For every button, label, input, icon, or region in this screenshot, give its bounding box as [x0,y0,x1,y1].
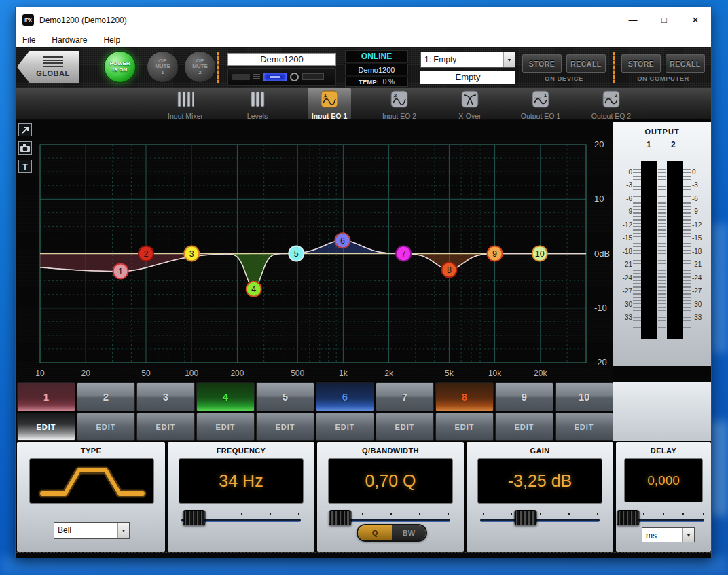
delay-slider[interactable] [621,508,704,527]
eq-band-handle-8[interactable]: 8 [441,263,456,278]
toolbar: GLOBAL POWER IS ON OP MUTE 1 OP MUTE 2 D [16,47,711,88]
eq-band-handle-9[interactable]: 9 [488,246,503,261]
gain-slider[interactable] [480,508,600,527]
svg-text:10: 10 [535,249,545,259]
svg-text:1: 1 [324,92,327,98]
slider-thumb[interactable] [183,510,206,525]
power-button[interactable]: POWER IS ON [104,51,136,83]
maximize-button[interactable]: □ [649,7,680,33]
slider-tick [682,513,684,515]
eq-band-handle-3[interactable]: 3 [184,246,199,261]
on-computer-label: ON COMPUTER [621,75,705,82]
menu-help[interactable]: Help [103,35,120,45]
menu-file[interactable]: File [22,35,35,45]
tab-input-eq-2[interactable]: 2Input EQ 2 [364,88,435,120]
op-mute-1-button[interactable]: OP MUTE 1 [147,51,179,83]
band-button-8[interactable]: 8 [435,382,494,411]
band-button-6[interactable]: 6 [316,382,374,411]
tab-x-over[interactable]: X-Over [435,88,505,120]
slider-tick [448,513,449,515]
eq-graph[interactable]: T 1020501002005001k2k5k10k20k20100dB-10-… [17,119,613,381]
recall-on-device-button[interactable]: RECALL [566,54,606,73]
edit-button-6[interactable]: EDIT [316,413,374,441]
meter-scale-label: -27 [692,287,706,295]
meter-bar-1 [641,161,657,339]
slider-tick [270,513,271,515]
band-button-10[interactable]: 10 [555,382,613,411]
gain-label: GAIN [467,447,613,455]
edit-button-10[interactable]: EDIT [555,413,613,441]
svg-text:20: 20 [81,369,91,378]
meter-channel-1-label: 1 [647,140,651,149]
bw-toggle-button[interactable]: BW [392,525,426,540]
edit-button-5[interactable]: EDIT [256,413,314,441]
eq-band-handle-10[interactable]: 10 [532,246,547,261]
snapshot-icon[interactable] [18,141,32,155]
text-icon[interactable]: T [18,160,32,173]
expand-icon[interactable] [18,123,32,136]
edit-button-2[interactable]: EDIT [77,413,135,441]
outeq-icon: 1 [532,90,549,111]
eq-band-handle-5[interactable]: 5 [289,246,304,261]
edit-button-4[interactable]: EDIT [196,413,255,441]
edit-button-8[interactable]: EDIT [435,413,494,441]
chevron-down-icon[interactable]: ▼ [117,523,129,538]
outeq-icon: 2 [602,90,620,111]
band-button-9[interactable]: 9 [495,382,553,411]
band-button-7[interactable]: 7 [376,382,434,411]
band-button-5[interactable]: 5 [256,382,314,411]
tab-levels[interactable]: Levels [222,88,293,120]
chevron-down-icon[interactable]: ▼ [503,52,515,67]
slider-thumb[interactable] [617,510,639,525]
chevron-down-icon[interactable]: ▼ [682,528,694,542]
filter-shape-display [29,458,154,504]
slider-tick [362,513,363,515]
preset-select[interactable]: 1: Empty ▼ [420,52,515,68]
slider-thumb[interactable] [329,510,352,525]
eq-band-handle-7[interactable]: 7 [396,246,411,261]
store-on-device-button[interactable]: STORE [522,54,562,73]
minimize-button[interactable]: — [617,7,649,33]
tab-input-eq-1[interactable]: 1Input EQ 1 [294,88,365,120]
eq-band-handle-6[interactable]: 6 [335,233,350,248]
menu-hardware[interactable]: Hardware [52,35,87,45]
delay-panel: DELAY 0,000 ms ▼ [616,442,711,552]
global-button[interactable]: GLOBAL [17,51,79,83]
slider-thumb[interactable] [514,510,536,525]
edit-button-9[interactable]: EDIT [495,413,553,441]
status-device-name: Demo1200 [345,64,408,75]
meter-scale-label: -24 [692,274,706,282]
band-button-4[interactable]: 4 [196,382,255,411]
app-icon: IPX [22,14,34,26]
edit-button-3[interactable]: EDIT [136,413,195,441]
close-button[interactable]: ✕ [680,7,711,33]
title-bar[interactable]: IPX Demo1200 (Demo1200) — □ ✕ [16,7,711,33]
tab-output-eq-2[interactable]: 2Output EQ 2 [576,88,647,120]
band-button-1[interactable]: 1 [17,382,75,411]
delay-unit-select[interactable]: ms ▼ [642,527,695,542]
recall-on-computer-button[interactable]: RECALL [666,54,705,73]
q-toggle-button[interactable]: Q [358,525,392,540]
slider-track[interactable] [480,519,600,522]
store-on-computer-button[interactable]: STORE [621,54,661,73]
meter-scale: 0-3-6-9-12-15-18-21-24-27-30-33 0-3-6-9-… [619,161,706,341]
frequency-slider[interactable] [181,508,301,527]
device-name-input[interactable]: Demo1200 [228,53,336,66]
edit-button-1[interactable]: EDIT [17,413,75,441]
tab-output-eq-1[interactable]: 1Output EQ 1 [505,88,576,120]
preset-name-input[interactable]: Empty [420,71,515,84]
eq-chart[interactable]: 1020501002005001k2k5k10k20k20100dB-10-20… [17,119,613,381]
eq-band-handle-4[interactable]: 4 [247,282,261,297]
device-image [228,68,336,86]
op-mute-2-button[interactable]: OP MUTE 2 [184,51,216,83]
eq-band-handle-1[interactable]: 1 [113,264,128,279]
filter-type-select[interactable]: Bell ▼ [54,522,130,539]
band-button-3[interactable]: 3 [136,382,195,411]
eq-band-handle-2[interactable]: 2 [139,246,153,261]
svg-text:2: 2 [394,92,397,98]
meter-scale-label: -18 [619,248,632,255]
edit-button-7[interactable]: EDIT [376,413,434,441]
tab-input-mixer[interactable]: Input Mixer [150,88,221,120]
right-filler-panel [613,382,711,441]
band-button-2[interactable]: 2 [77,382,135,411]
